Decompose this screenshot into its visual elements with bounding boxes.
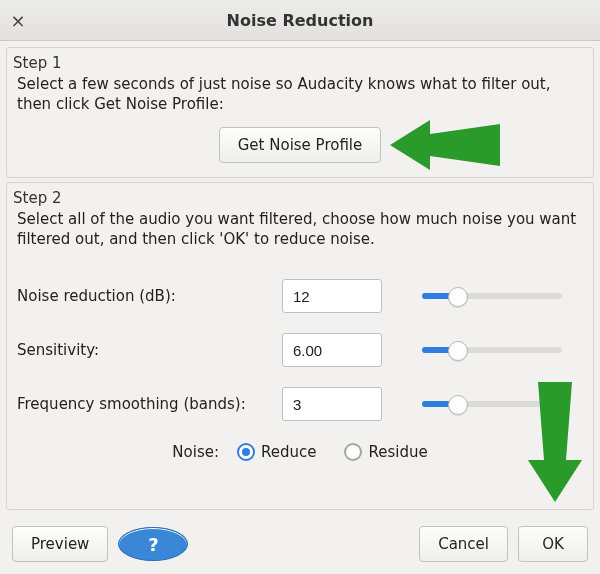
ok-button[interactable]: OK: [518, 526, 588, 562]
noise-reduction-dialog: × Noise Reduction Step 1 Select a few se…: [0, 0, 600, 574]
radio-residue[interactable]: Residue: [344, 443, 427, 461]
close-button[interactable]: ×: [0, 10, 36, 31]
step1-header: Step 1: [13, 54, 583, 72]
preview-button[interactable]: Preview: [12, 526, 108, 562]
step2-header: Step 2: [13, 189, 583, 207]
radio-residue-label: Residue: [368, 443, 427, 461]
slider-sensitivity[interactable]: [422, 340, 562, 360]
radio-dot-icon: [344, 443, 362, 461]
param-noise-reduction: Noise reduction (dB):: [17, 279, 583, 313]
label-sensitivity: Sensitivity:: [17, 341, 282, 359]
param-frequency-smoothing: Frequency smoothing (bands):: [17, 387, 583, 421]
param-sensitivity: Sensitivity:: [17, 333, 583, 367]
button-bar: Preview ? Cancel OK: [0, 516, 600, 574]
step2-instructions: Select all of the audio you want filtere…: [17, 209, 583, 250]
noise-mode-row: Noise: Reduce Residue: [17, 443, 583, 461]
cancel-button[interactable]: Cancel: [419, 526, 508, 562]
slider-frequency-smoothing[interactable]: [422, 394, 562, 414]
dialog-content: Step 1 Select a few seconds of just nois…: [0, 41, 600, 574]
radio-dot-icon: [237, 443, 255, 461]
step1-panel: Step 1 Select a few seconds of just nois…: [6, 47, 594, 178]
label-frequency-smoothing: Frequency smoothing (bands):: [17, 395, 282, 413]
noise-label: Noise:: [172, 443, 219, 461]
parameters: Noise reduction (dB): Sensitivity:: [17, 279, 583, 421]
radio-reduce-label: Reduce: [261, 443, 316, 461]
input-frequency-smoothing[interactable]: [282, 387, 382, 421]
step2-panel: Step 2 Select all of the audio you want …: [6, 182, 594, 511]
help-button[interactable]: ?: [118, 527, 188, 561]
radio-reduce[interactable]: Reduce: [237, 443, 316, 461]
label-noise-reduction: Noise reduction (dB):: [17, 287, 282, 305]
window-title: Noise Reduction: [0, 11, 600, 30]
input-sensitivity[interactable]: [282, 333, 382, 367]
titlebar: × Noise Reduction: [0, 0, 600, 41]
get-noise-profile-button[interactable]: Get Noise Profile: [219, 127, 382, 163]
step1-instructions: Select a few seconds of just noise so Au…: [17, 74, 583, 115]
slider-noise-reduction[interactable]: [422, 286, 562, 306]
input-noise-reduction[interactable]: [282, 279, 382, 313]
